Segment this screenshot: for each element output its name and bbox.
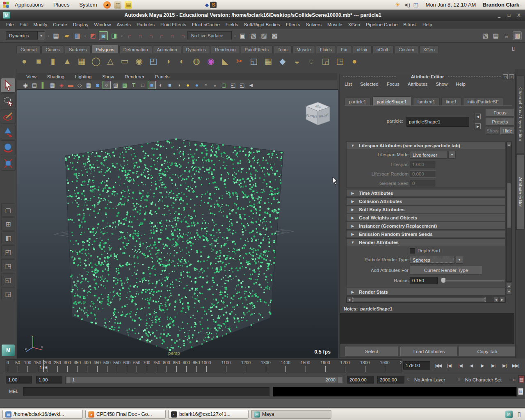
network-tray-icon[interactable]: ◰ xyxy=(413,2,419,8)
split-polygon-icon[interactable]: ◳ xyxy=(334,55,346,67)
section-render-stats[interactable]: ▶Render Stats xyxy=(346,288,506,296)
playback-end-field[interactable] xyxy=(347,376,374,383)
menu-set-dropdown[interactable]: Dynamics▼ xyxy=(6,31,45,40)
command-result-field[interactable] xyxy=(273,387,517,397)
gnome-menu-places[interactable]: Places xyxy=(48,0,74,10)
clock[interactable]: Mon Jun 8, 12:10 AM xyxy=(422,2,480,8)
save-scene-icon[interactable]: ▥ xyxy=(73,31,82,40)
user-name[interactable]: Brandon Clark xyxy=(482,2,522,8)
hide-button[interactable]: Hide xyxy=(500,127,514,135)
film-gate-icon[interactable]: ◇ xyxy=(75,81,84,89)
timeline-ruler[interactable]: 0501001502002503003504004505005506006507… xyxy=(5,359,402,372)
viewport-menu-lighting[interactable]: Lighting xyxy=(75,74,91,79)
range-end-handle[interactable] xyxy=(338,377,342,383)
scale-tool[interactable] xyxy=(1,156,16,171)
shelf-tab-custom[interactable]: Custom xyxy=(395,46,418,53)
range-start-handle[interactable] xyxy=(66,377,71,383)
render-view-icon[interactable]: ▣ xyxy=(238,31,247,40)
menu-solvers[interactable]: Solvers xyxy=(303,22,324,27)
grease-pencil-icon[interactable]: ▬ xyxy=(66,81,75,89)
sculpt-geometry-icon[interactable]: ● xyxy=(348,55,361,67)
snap-to-grid-icon[interactable]: ∩ xyxy=(125,31,134,40)
rotate-tool[interactable] xyxy=(1,140,16,155)
menu-fluid-ncache[interactable]: Fluid nCache xyxy=(189,22,223,27)
auto-key-icon[interactable]: ─○ xyxy=(509,376,516,383)
trash-icon[interactable]: ▯ xyxy=(518,411,521,418)
ae-tab-particle1[interactable]: particle1 xyxy=(345,98,371,105)
menu-window[interactable]: Window xyxy=(91,22,114,27)
menu-xgen[interactable]: XGen xyxy=(345,22,363,27)
show-button[interactable]: Show xyxy=(486,127,499,135)
radius-slider-track[interactable] xyxy=(443,281,504,281)
paint-select-tool[interactable] xyxy=(1,109,16,124)
combine-icon[interactable]: ◑ xyxy=(162,55,174,67)
notes-textarea[interactable] xyxy=(340,313,514,344)
shelf-tab-general[interactable]: General xyxy=(16,46,41,53)
shelf-tab-xgen[interactable]: XGen xyxy=(419,46,439,53)
chevron-down-icon[interactable]: ▼ xyxy=(37,32,45,40)
plane-shade-icon[interactable]: ◒ xyxy=(211,81,219,89)
poly-cone-icon[interactable]: ▲ xyxy=(61,55,73,67)
scroll-left-icon[interactable]: ◀ xyxy=(347,297,352,302)
camera-attributes-icon[interactable]: ▤ xyxy=(30,81,39,89)
radius-slider-handle[interactable] xyxy=(441,278,446,283)
depth-sort-checkbox[interactable] xyxy=(410,248,415,253)
render-current-frame-icon[interactable]: ▧ xyxy=(249,31,258,40)
shelf-tab-toon[interactable]: Toon xyxy=(274,46,292,53)
panel-drag-handle[interactable] xyxy=(448,76,501,78)
menu-file[interactable]: File xyxy=(3,22,17,27)
taskbar-window-maya[interactable]: MMaya xyxy=(251,410,331,419)
shelf-tab-fur[interactable]: Fur xyxy=(337,46,352,53)
horizontal-scrollbar[interactable]: ◀ ◀ ▶ xyxy=(346,297,506,303)
resolution-gate-icon[interactable]: ▦ xyxy=(84,81,93,89)
use-default-material-icon[interactable]: ■ xyxy=(166,81,174,89)
viewport-menu-shading[interactable]: Shading xyxy=(47,74,64,79)
sublime-tray-icon[interactable]: S xyxy=(210,2,217,8)
select-hierarchy-icon[interactable]: ◩ xyxy=(88,31,97,40)
safe-title-icon[interactable]: ▩ xyxy=(121,81,129,89)
textured-icon[interactable]: ◐ xyxy=(157,81,165,89)
ae-menu-selected[interactable]: Selected xyxy=(360,82,379,87)
menu-modify[interactable]: Modify xyxy=(30,22,50,27)
menu-fields[interactable]: Fields xyxy=(223,22,241,27)
anim-layer-field[interactable]: No Anim Layer xyxy=(414,376,445,383)
poly-platonic-icon[interactable]: ◉ xyxy=(133,55,145,67)
presets-button[interactable]: Presets xyxy=(486,118,514,126)
shelf-tab-muscle[interactable]: Muscle xyxy=(292,46,315,53)
render-settings-icon[interactable]: ▩ xyxy=(270,31,279,40)
maya-tray-icon[interactable]: M xyxy=(505,411,513,418)
separate-icon[interactable]: ◐ xyxy=(176,55,188,67)
snap-to-curve-icon[interactable]: ∩ xyxy=(136,31,145,40)
poly-pyramid-icon[interactable]: △ xyxy=(104,55,116,67)
ae-menu-list[interactable]: List xyxy=(345,82,352,87)
shelf-tab-nhair[interactable]: nHair xyxy=(353,46,372,53)
horizontal-scroll-thumb[interactable] xyxy=(352,297,486,302)
section-emission-random-stream-seeds[interactable]: ▶Emission Random Stream Seeds xyxy=(346,230,506,238)
copy-tab-button[interactable]: Copy Tab xyxy=(459,347,516,356)
shelf-tab-curves[interactable]: Curves xyxy=(41,46,64,53)
ae-tab-initialparticlese[interactable]: initialParticleSE xyxy=(463,98,503,105)
four-pane-layout-button[interactable]: ⊞ xyxy=(1,217,15,231)
load-attributes-button[interactable]: Load Attributes xyxy=(400,347,458,356)
bridge-icon[interactable]: ▦ xyxy=(262,55,274,67)
menu-create[interactable]: Create xyxy=(50,22,70,27)
focus-button[interactable]: Focus xyxy=(486,109,514,116)
play-backwards-button[interactable]: ◀ xyxy=(466,361,476,370)
scroll-down-icon[interactable]: ▼ xyxy=(506,289,512,294)
poly-cylinder-icon[interactable]: ▮ xyxy=(47,55,59,67)
menu-help[interactable]: Help xyxy=(420,22,435,27)
ae-menu-focus[interactable]: Focus xyxy=(387,82,399,87)
animation-start-field[interactable] xyxy=(6,376,32,383)
viewport-canvas[interactable]: y x z TOP FRONT RIGHT persp 0.5 fps xyxy=(17,89,338,358)
animation-end-field[interactable] xyxy=(377,376,404,383)
lifespan-mode-dropdown[interactable]: Live forever xyxy=(410,151,447,159)
ae-menu-show[interactable]: Show xyxy=(436,82,448,87)
new-scene-icon[interactable]: ▤ xyxy=(52,31,61,40)
modeling-toolkit-icon[interactable]: ▧ xyxy=(481,31,490,40)
ipr-render-icon[interactable]: ▨ xyxy=(260,31,269,40)
append-polygon-icon[interactable]: ◲ xyxy=(320,55,332,67)
select-camera-icon[interactable]: ◉ xyxy=(21,81,30,89)
field-chart-icon[interactable]: ○ xyxy=(103,81,111,89)
minimize-button[interactable]: _ xyxy=(495,13,503,18)
ae-tab-lambert1[interactable]: lambert1 xyxy=(413,98,440,105)
